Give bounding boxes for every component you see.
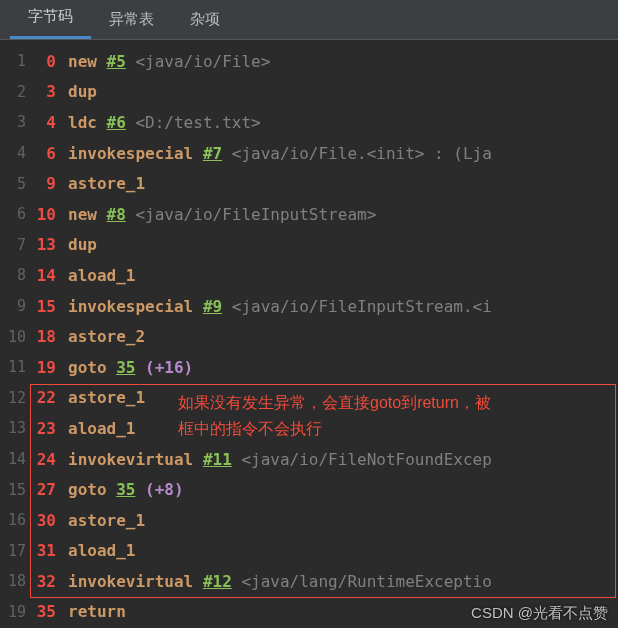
bytecode-offset: 22 [30, 388, 58, 407]
line-number: 15 [0, 481, 30, 499]
line-number: 6 [0, 205, 30, 223]
ref-description: <D:/test.txt> [135, 113, 260, 132]
code-row: 1222astore_1 [0, 383, 618, 414]
code-row: 1323aload_1 [0, 413, 618, 444]
constant-ref[interactable]: 35 [116, 358, 135, 377]
line-number: 10 [0, 328, 30, 346]
bytecode-offset: 13 [30, 235, 58, 254]
instruction: astore_1 [58, 174, 145, 193]
bytecode-offset: 23 [30, 419, 58, 438]
instruction: astore_1 [58, 511, 145, 530]
code-row: 915invokespecial #9 <java/io/FileInputSt… [0, 291, 618, 322]
code-row: 814aload_1 [0, 260, 618, 291]
instruction: goto 35 (+16) [58, 358, 193, 377]
bytecode-offset: 14 [30, 266, 58, 285]
opcode: invokespecial [68, 297, 193, 316]
tab-bar: 字节码 异常表 杂项 [0, 0, 618, 40]
instruction: dup [58, 82, 97, 101]
instruction: astore_2 [58, 327, 145, 346]
opcode: ldc [68, 113, 97, 132]
bytecode-offset: 6 [30, 144, 58, 163]
line-number: 19 [0, 603, 30, 621]
ref-description: <java/io/FileNotFoundExcep [241, 450, 491, 469]
goto-delta: (+8) [145, 480, 184, 499]
line-number: 3 [0, 113, 30, 131]
line-number: 8 [0, 266, 30, 284]
instruction: return [58, 602, 126, 621]
ref-description: <java/lang/RuntimeExceptio [241, 572, 491, 591]
line-number: 11 [0, 358, 30, 376]
opcode: return [68, 602, 126, 621]
opcode: aload_1 [68, 419, 135, 438]
tab-misc[interactable]: 杂项 [172, 0, 238, 39]
constant-ref[interactable]: #12 [203, 572, 232, 591]
code-area: 如果没有发生异常，会直接goto到return，被 框中的指令不会执行 CSDN… [0, 40, 618, 628]
bytecode-offset: 4 [30, 113, 58, 132]
constant-ref[interactable]: #11 [203, 450, 232, 469]
instruction: invokespecial #9 <java/io/FileInputStrea… [58, 297, 492, 316]
instruction: goto 35 (+8) [58, 480, 184, 499]
bytecode-offset: 0 [30, 52, 58, 71]
line-number: 4 [0, 144, 30, 162]
opcode: invokevirtual [68, 572, 193, 591]
opcode: astore_2 [68, 327, 145, 346]
constant-ref[interactable]: #5 [107, 52, 126, 71]
instruction: new #5 <java/io/File> [58, 52, 270, 71]
instruction: invokevirtual #12 <java/lang/RuntimeExce… [58, 572, 492, 591]
instruction: aload_1 [58, 419, 135, 438]
bytecode-offset: 30 [30, 511, 58, 530]
ref-description: <java/io/FileInputStream.<i [232, 297, 492, 316]
line-number: 1 [0, 52, 30, 70]
bytecode-offset: 18 [30, 327, 58, 346]
opcode: aload_1 [68, 541, 135, 560]
opcode: invokespecial [68, 144, 193, 163]
instruction: dup [58, 235, 97, 254]
opcode: goto [68, 480, 107, 499]
bytecode-offset: 15 [30, 297, 58, 316]
constant-ref[interactable]: #7 [203, 144, 222, 163]
instruction: invokespecial #7 <java/io/File.<init> : … [58, 144, 492, 163]
bytecode-offset: 31 [30, 541, 58, 560]
line-number: 18 [0, 572, 30, 590]
instruction: ldc #6 <D:/test.txt> [58, 113, 261, 132]
opcode: aload_1 [68, 266, 135, 285]
line-number: 17 [0, 542, 30, 560]
constant-ref[interactable]: #8 [107, 205, 126, 224]
ref-description: <java/io/File.<init> : (Lja [232, 144, 492, 163]
ref-description: <java/io/FileInputStream> [135, 205, 376, 224]
opcode: astore_1 [68, 388, 145, 407]
line-number: 14 [0, 450, 30, 468]
code-row: 1731aload_1 [0, 536, 618, 567]
code-row: 1018astore_2 [0, 321, 618, 352]
opcode: new [68, 205, 97, 224]
code-row: 46invokespecial #7 <java/io/File.<init> … [0, 138, 618, 169]
bytecode-offset: 32 [30, 572, 58, 591]
instruction: new #8 <java/io/FileInputStream> [58, 205, 376, 224]
line-number: 2 [0, 83, 30, 101]
code-row: 1630astore_1 [0, 505, 618, 536]
opcode: dup [68, 235, 97, 254]
ref-description: <java/io/File> [135, 52, 270, 71]
code-row: 59astore_1 [0, 168, 618, 199]
code-row: 10new #5 <java/io/File> [0, 46, 618, 77]
bytecode-offset: 10 [30, 205, 58, 224]
line-number: 12 [0, 389, 30, 407]
line-number: 16 [0, 511, 30, 529]
code-row: 23dup [0, 77, 618, 108]
tab-bytecode[interactable]: 字节码 [10, 0, 91, 39]
code-row: 610new #8 <java/io/FileInputStream> [0, 199, 618, 230]
line-number: 7 [0, 236, 30, 254]
constant-ref[interactable]: 35 [116, 480, 135, 499]
bytecode-offset: 19 [30, 358, 58, 377]
code-row: 713dup [0, 230, 618, 261]
opcode: invokevirtual [68, 450, 193, 469]
opcode: goto [68, 358, 107, 377]
constant-ref[interactable]: #9 [203, 297, 222, 316]
code-row: 1424invokevirtual #11 <java/io/FileNotFo… [0, 444, 618, 475]
tab-exception-table[interactable]: 异常表 [91, 0, 172, 39]
opcode: astore_1 [68, 174, 145, 193]
opcode: astore_1 [68, 511, 145, 530]
code-row: 1832invokevirtual #12 <java/lang/Runtime… [0, 566, 618, 597]
opcode: new [68, 52, 97, 71]
constant-ref[interactable]: #6 [107, 113, 126, 132]
